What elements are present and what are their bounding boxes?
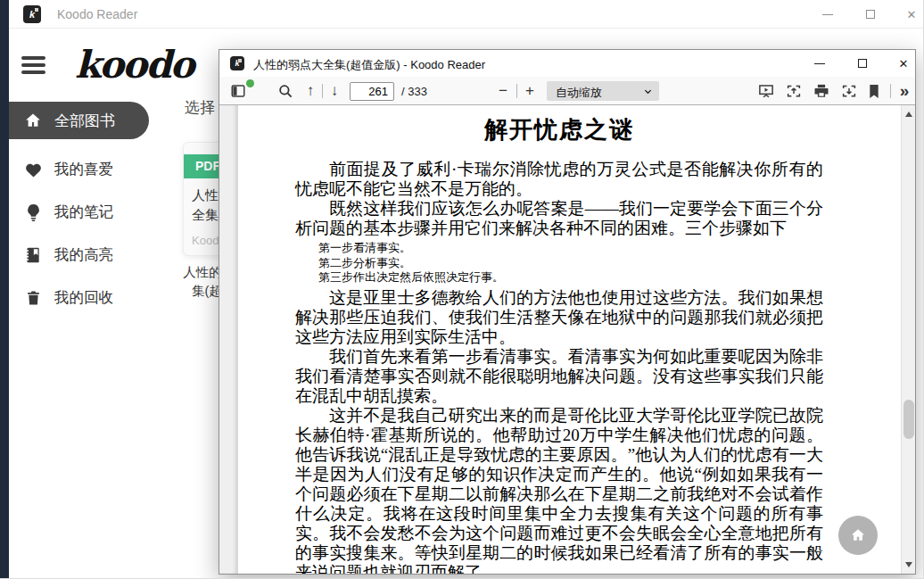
double-chevron-icon: » [900,81,910,101]
select-mode-button[interactable]: 选择 [185,97,215,118]
search-button[interactable] [274,77,297,105]
pdf-toolbar: ↑ ↓ / 333 − + 自动缩放 » [219,77,915,105]
open-file-icon [786,83,802,99]
presentation-icon [758,83,774,99]
minus-icon: − [499,82,507,100]
scrollbar-thumb[interactable] [903,400,914,439]
plus-icon: + [525,82,534,100]
sidebar-toggle-icon [230,83,246,99]
scroll-down-button[interactable] [902,558,915,572]
divider [322,84,323,98]
app-icon: k [230,56,244,70]
chapter-title: 解开忧虑之谜 [295,114,823,145]
sidebar-item-trash[interactable]: 我的回收 [0,278,174,318]
pdf-viewer: 解开忧虑之谜 前面提及了威利·卡瑞尔消除忧虑的万灵公式是否能解决你所有的忧虑呢不… [219,105,915,574]
step-item: 第三步作出决定然后依照决定行事。 [318,270,823,285]
app-icon: k [23,5,41,23]
divider [890,84,891,98]
main-window-title: Koodo Reader [57,7,137,21]
presentation-mode-button[interactable] [755,77,778,105]
bookmark-button[interactable] [864,77,884,105]
print-icon [813,83,829,99]
home-icon [849,526,867,544]
minimize-icon [822,14,833,15]
scroll-up-button[interactable] [902,107,915,121]
reader-maximize-button[interactable] [843,50,882,77]
pdf-page: 解开忧虑之谜 前面提及了威利·卡瑞尔消除忧虑的万灵公式是否能解决你所有的忧虑呢不… [238,105,901,574]
next-page-button[interactable]: ↓ [324,77,345,105]
paragraph: 这并不是我自己研究出来的而是哥伦比亚大学哥伦比亚学院已故院长赫伯特·霍基斯所说的… [295,406,823,575]
reader-minimize-button[interactable] [800,50,839,77]
scrollbar[interactable] [901,105,915,574]
sidebar-item-favorites[interactable]: 我的喜爱 [0,150,174,189]
divider [516,84,517,98]
zoom-out-button[interactable]: − [492,77,514,105]
reader-close-button[interactable]: ✕ [884,50,923,77]
notification-dot [246,79,254,87]
close-icon: ✕ [899,58,909,70]
save-button[interactable] [837,77,861,105]
close-button[interactable]: ✕ [892,0,924,29]
trash-icon [23,288,43,308]
bookmark-icon [868,84,880,99]
maximize-icon [858,59,867,68]
chevron-down-icon [643,87,653,96]
reader-titlebar: k 人性的弱点大全集(超值金版) - Koodo Reader ✕ [219,50,915,77]
zoom-level-select[interactable]: 自动缩放 [547,81,659,101]
sidebar-item-highlights[interactable]: 我的高亮 [0,236,174,275]
home-icon [23,111,43,130]
close-icon: ✕ [907,9,917,21]
zoom-in-button[interactable]: + [519,77,540,105]
step-item: 第一步看清事实。 [318,241,823,256]
reader-window: k 人性的弱点大全集(超值金版) - Koodo Reader ✕ ↑ ↓ / … [219,49,916,575]
koodo-logo: koodo [75,43,194,87]
menu-icon[interactable] [21,56,45,76]
page-number-input[interactable] [350,82,394,101]
notebook-icon [23,245,43,265]
sidebar-item-notes[interactable]: 我的笔记 [0,193,174,232]
step-item: 第二步分析事实。 [318,256,823,271]
print-button[interactable] [810,77,833,105]
paragraph: 前面提及了威利·卡瑞尔消除忧虑的万灵公式是否能解决你所有的忧虑呢不能它当然不是万… [295,160,823,199]
lightbulb-icon [23,203,43,222]
search-icon [277,83,293,99]
back-to-home-button[interactable] [838,516,878,555]
minimize-icon [814,63,825,64]
sidebar-item-all-books[interactable]: 全部图书 [9,102,149,139]
more-tools-button[interactable]: » [894,77,915,105]
reader-window-title: 人性的弱点大全集(超值金版) - Koodo Reader [253,57,485,73]
toggle-sidebar-button[interactable] [227,77,250,105]
download-icon [841,83,857,99]
open-file-button[interactable] [782,77,805,105]
maximize-icon [866,10,875,19]
paragraph: 这是亚里士多德教给人们的方法他也使用过这些方法。我们如果想解决那些压迫我们、使我… [295,288,823,347]
step-list: 第一步看清事实。 第二步分析事实。 第三步作出决定然后依照决定行事。 [318,241,823,285]
page-total: / 333 [401,85,427,98]
arrow-up-icon: ↑ [307,82,315,100]
minimize-button[interactable] [808,0,847,29]
viewer-gutter [219,105,238,574]
previous-page-button[interactable]: ↑ [300,77,321,105]
triangle-up-icon [905,112,912,117]
paragraph: 我们首先来看第一步看清事实。看清事实为何如此重要呢因为除非我们看清楚事实否则就不… [295,347,823,406]
paragraph: 既然这样我们应该怎么办呢答案是——我们一定要学会下面三个分析问题的基本步骤并用它… [295,199,823,238]
arrow-down-icon: ↓ [331,82,339,100]
main-titlebar: k Koodo Reader ✕ [9,0,924,29]
triangle-down-icon [905,562,912,567]
heart-icon [23,160,43,179]
maximize-button[interactable] [851,0,890,29]
